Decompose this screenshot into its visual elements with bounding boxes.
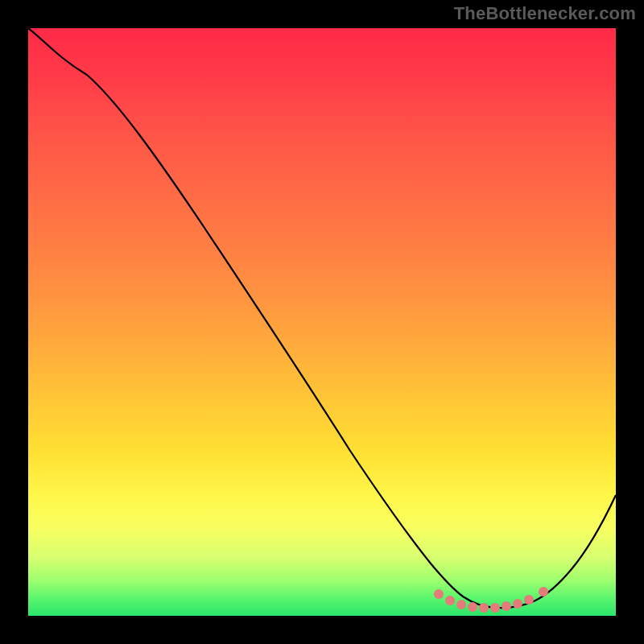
highlight-band: [434, 587, 548, 613]
svg-point-4: [479, 603, 489, 613]
svg-point-3: [468, 602, 477, 612]
bottleneck-curve: [28, 28, 616, 608]
curve-layer: [28, 28, 616, 616]
svg-point-9: [539, 587, 548, 597]
svg-point-5: [490, 603, 500, 613]
svg-point-7: [513, 599, 522, 609]
attribution-text: TheBottlenecker.com: [454, 3, 636, 24]
plot-area: [28, 28, 616, 616]
svg-point-0: [434, 589, 444, 599]
chart-frame: TheBottlenecker.com: [0, 0, 644, 644]
svg-point-2: [456, 600, 466, 609]
svg-point-8: [524, 595, 534, 605]
svg-point-6: [502, 601, 511, 611]
svg-point-1: [445, 596, 455, 605]
